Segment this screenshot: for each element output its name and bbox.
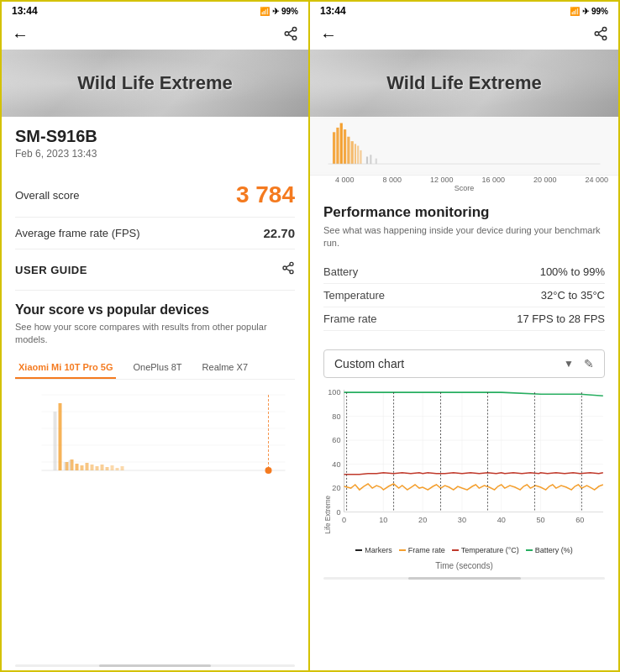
user-guide-label: USER GUIDE (15, 264, 87, 276)
temperature-label: Temperature (323, 289, 385, 302)
line-chart-svg: 0 20 40 60 80 100 0 10 20 30 40 50 60 (317, 385, 612, 536)
axis-8000: 8 000 (382, 176, 402, 184)
content-left: SM-S916B Feb 6, 2023 13:43 Overall score… (2, 117, 308, 661)
line-chart-container: 0 20 40 60 80 100 0 10 20 30 40 50 60 (317, 385, 612, 536)
chart-legend: Markers Frame rate Temperature (°C) Batt… (310, 543, 618, 561)
back-button-right[interactable]: ← (320, 25, 337, 45)
status-icons-left: 📶 ✈ 99% (260, 7, 298, 16)
battery-value: 100% to 99% (540, 265, 605, 278)
dropdown-icon[interactable]: ▼ (564, 358, 574, 370)
svg-rect-23 (96, 466, 99, 470)
back-button-left[interactable]: ← (12, 25, 29, 45)
svg-rect-46 (355, 144, 356, 164)
mini-chart-svg (310, 117, 618, 175)
svg-line-38 (598, 29, 602, 32)
battery-row: Battery 100% to 99% (323, 260, 605, 284)
chart-selector-icons: ▼ ✎ (564, 357, 594, 370)
svg-text:50: 50 (536, 516, 544, 524)
svg-rect-26 (111, 465, 114, 470)
svg-rect-44 (347, 137, 349, 164)
svg-rect-25 (106, 467, 109, 470)
svg-text:0: 0 (336, 507, 340, 516)
app-bar-left: ← (2, 20, 308, 50)
legend-battery-label: Battery (%) (535, 546, 573, 554)
signal-icon: ✈ (272, 7, 279, 16)
axis-24000: 24 000 (585, 176, 608, 184)
svg-rect-50 (370, 155, 371, 164)
svg-rect-31 (69, 460, 71, 470)
tab-realme[interactable]: Realme X7 (199, 357, 251, 379)
svg-point-7 (290, 270, 293, 274)
svg-rect-47 (357, 146, 359, 165)
svg-point-1 (285, 31, 289, 35)
svg-text:10: 10 (379, 516, 387, 524)
legend-battery: Battery (%) (526, 546, 573, 554)
svg-rect-27 (116, 468, 119, 470)
svg-point-2 (292, 36, 297, 40)
svg-rect-90 (452, 549, 459, 551)
chart-selector-label: Custom chart (334, 357, 564, 370)
hero-title-left: Wild Life Extreme (77, 72, 232, 94)
svg-text:0: 0 (342, 516, 346, 524)
chart-selector[interactable]: Custom chart ▼ ✎ (323, 349, 605, 378)
svg-text:40: 40 (497, 516, 506, 524)
svg-rect-19 (76, 464, 79, 470)
svg-rect-28 (121, 466, 124, 470)
share-button-right[interactable] (593, 26, 608, 45)
svg-line-37 (598, 34, 602, 37)
device-name: SM-S916B (15, 127, 295, 146)
legend-markers: Markers (355, 546, 392, 554)
svg-line-3 (288, 34, 292, 37)
svg-rect-24 (101, 465, 104, 470)
time-right: 13:44 (320, 5, 346, 17)
svg-rect-48 (360, 150, 361, 164)
svg-rect-49 (366, 156, 368, 164)
mini-chart-area (310, 117, 618, 176)
axis-16000: 16 000 (481, 176, 505, 184)
temperature-value: 32°C to 35°C (541, 289, 605, 302)
framerate-label: Frame rate (323, 312, 377, 325)
overall-score-label: Overall score (15, 189, 80, 202)
device-tabs: Xiaomi Mi 10T Pro 5G OnePlus 8T Realme X… (15, 357, 295, 380)
axis-12000: 12 000 (430, 176, 454, 184)
svg-rect-22 (91, 465, 94, 470)
svg-text:40: 40 (332, 459, 340, 468)
signal-icon-right: ✈ (582, 7, 589, 16)
legend-temperature-label: Temperature (°C) (461, 546, 519, 554)
edit-icon[interactable]: ✎ (584, 357, 594, 370)
hero-title-right: Wild Life Extreme (386, 72, 541, 94)
svg-rect-53 (317, 386, 612, 535)
svg-text:60: 60 (575, 516, 584, 524)
framerate-row: Frame rate 17 FPS to 28 FPS (323, 307, 605, 331)
score-axis-label: Score (310, 184, 618, 192)
axis-20000: 20 000 (533, 176, 557, 184)
tab-xiaomi[interactable]: Xiaomi Mi 10T Pro 5G (15, 357, 116, 379)
svg-text:30: 30 (458, 516, 466, 524)
svg-text:Wild Life Extreme: Wild Life Extreme (324, 495, 332, 536)
vs-section: Your score vs popular devices See how yo… (15, 302, 295, 487)
svg-text:80: 80 (332, 412, 340, 420)
svg-rect-41 (336, 128, 339, 164)
tab-oneplus[interactable]: OnePlus 8T (129, 357, 185, 379)
overall-score-row: Overall score 3 784 (15, 173, 295, 218)
perf-section: Performance monitoring See what was happ… (310, 196, 618, 339)
fps-score-row: Average frame rate (FPS) 22.70 (15, 218, 295, 249)
svg-rect-29 (54, 412, 57, 470)
perf-title: Performance monitoring (323, 204, 605, 221)
bar-chart-area (15, 386, 295, 487)
vs-subtitle: See how your score compares with results… (15, 321, 295, 347)
wifi-icon: 📶 (260, 7, 270, 16)
score-axis: 4 000 8 000 12 000 16 000 20 000 24 000 (310, 176, 618, 184)
app-bar-right: ← (310, 20, 618, 50)
hero-left: Wild Life Extreme (2, 50, 308, 117)
vs-title: Your score vs popular devices (15, 302, 295, 318)
device-date: Feb 6, 2023 13:43 (15, 148, 295, 160)
share-button-left[interactable] (283, 26, 298, 45)
svg-point-36 (602, 36, 607, 40)
svg-line-4 (288, 29, 292, 32)
fps-label: Average frame rate (FPS) (15, 227, 140, 239)
status-icons-right: 📶 ✈ 99% (570, 7, 608, 16)
wifi-icon-right: 📶 (570, 7, 580, 16)
battery-left: 99% (281, 7, 298, 16)
user-guide-share-icon[interactable] (281, 261, 295, 278)
